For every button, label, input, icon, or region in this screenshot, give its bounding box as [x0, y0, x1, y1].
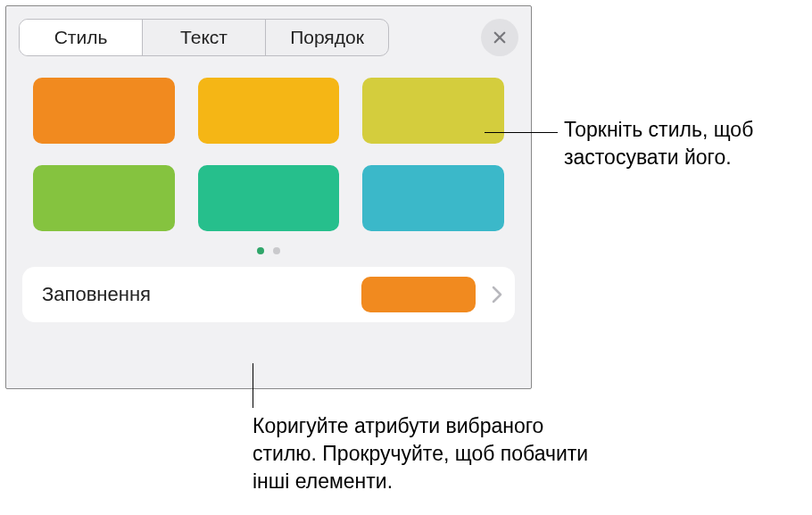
chevron-right-icon [492, 286, 502, 303]
close-button[interactable] [481, 19, 518, 56]
style-swatch[interactable] [198, 165, 340, 231]
close-icon [492, 29, 508, 46]
tab-order-label: Порядок [290, 27, 364, 48]
tab-text-label: Текст [180, 27, 228, 48]
tab-text[interactable]: Текст [143, 20, 266, 55]
style-swatch-grid [6, 65, 531, 235]
page-dot[interactable] [257, 247, 264, 254]
style-swatch[interactable] [362, 165, 504, 231]
callout-line [485, 132, 558, 133]
fill-color-swatch [361, 277, 476, 312]
callout-line [253, 363, 253, 408]
tab-style[interactable]: Стиль [20, 20, 143, 55]
style-swatch[interactable] [362, 78, 504, 144]
format-panel: Стиль Текст Порядок Заповнення [5, 5, 532, 389]
fill-label: Заповнення [42, 283, 361, 306]
style-swatch[interactable] [33, 78, 175, 144]
tabs-row: Стиль Текст Порядок [6, 6, 531, 65]
fill-row[interactable]: Заповнення [22, 267, 515, 322]
page-dot[interactable] [273, 247, 280, 254]
tab-order[interactable]: Порядок [266, 20, 388, 55]
page-dots [6, 247, 531, 254]
style-swatch[interactable] [198, 78, 340, 144]
style-swatch[interactable] [33, 165, 175, 231]
callout-top: Торкніть стиль, щоб застосувати його. [564, 116, 805, 171]
tab-style-label: Стиль [54, 27, 108, 48]
tabs: Стиль Текст Порядок [19, 19, 389, 56]
callout-bottom: Коригуйте атрибути вибраного стилю. Прок… [253, 412, 609, 495]
